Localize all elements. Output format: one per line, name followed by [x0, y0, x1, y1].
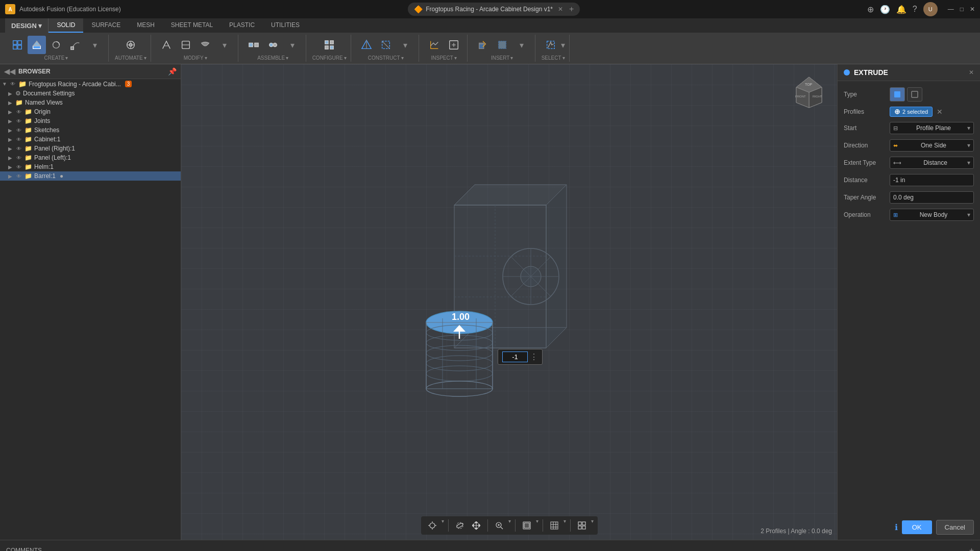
eye-icon[interactable]: 👁	[9, 81, 16, 88]
grid-btn[interactable]	[547, 518, 561, 533]
configure-arrow[interactable]: ▾	[344, 55, 347, 61]
browser-collapse-icon[interactable]: ◀◀	[4, 67, 15, 76]
eye-icon[interactable]: 👁	[15, 108, 22, 115]
insert-btn1[interactable]	[474, 36, 492, 54]
assemble-arrow[interactable]: ▾	[286, 55, 288, 61]
select-arrow2[interactable]: ▾	[562, 55, 565, 61]
insert-arrow[interactable]: ▾	[510, 55, 513, 61]
construct-more-btn[interactable]: ▾	[396, 36, 414, 54]
zoom-btn[interactable]	[492, 518, 506, 533]
modify-btn2[interactable]	[177, 36, 195, 54]
notifications-icon[interactable]: 🔔	[896, 5, 906, 14]
viewport-settings-arrow[interactable]: ▾	[591, 518, 594, 533]
profiles-clear-btn[interactable]: ✕	[935, 107, 945, 117]
taper-angle-field[interactable]: 0.0 deg	[890, 191, 974, 204]
tab-sheet-metal[interactable]: SHEET METAL	[163, 18, 221, 33]
extent-type-select[interactable]: ⟷ Distance ▾	[890, 157, 974, 169]
tab-mesh[interactable]: MESH	[129, 18, 163, 33]
display-mode-btn[interactable]	[520, 518, 534, 533]
create-arrow[interactable]: ▾	[65, 55, 68, 61]
construct-btn2[interactable]	[377, 36, 395, 54]
browser-item-named-views[interactable]: ▶ 📁 Named Views	[0, 98, 181, 107]
browser-item-cabinet[interactable]: ▶ 👁 📁 Cabinet:1	[0, 135, 181, 144]
ok-button[interactable]: OK	[902, 520, 932, 534]
browser-item-origin[interactable]: ▶ 👁 📁 Origin	[0, 107, 181, 116]
extrude-collapse-btn[interactable]: ✕	[969, 69, 974, 76]
browser-item-helm[interactable]: ▶ 👁 📁 Helm:1	[0, 162, 181, 171]
modify-more-btn[interactable]: ▾	[215, 36, 234, 54]
assemble-btn2[interactable]	[264, 36, 282, 54]
eye-icon[interactable]: 👁	[15, 145, 22, 152]
select-btn[interactable]	[542, 36, 560, 54]
display-arrow[interactable]: ▾	[536, 518, 538, 533]
construct-arrow[interactable]: ▾	[401, 55, 404, 61]
minimize-button[interactable]: —	[948, 6, 954, 13]
browser-item-document-settings[interactable]: ▶ ⚙ Document Settings	[0, 89, 181, 98]
help-online-icon[interactable]: ⊕	[867, 5, 874, 14]
sweep-btn[interactable]	[66, 36, 85, 54]
pan-btn[interactable]	[469, 518, 483, 533]
recent-icon[interactable]: 🕐	[880, 5, 890, 14]
profiles-selected-btn[interactable]: 2 selected	[890, 107, 933, 117]
construct-btn1[interactable]	[357, 36, 376, 54]
view-cube[interactable]: TOP RIGHT FRONT	[791, 74, 827, 110]
close-tab-button[interactable]: ✕	[558, 6, 563, 13]
user-avatar[interactable]: U	[923, 2, 938, 16]
type-surface-btn[interactable]	[907, 87, 922, 102]
extrude-info-btn[interactable]: ℹ	[895, 522, 898, 532]
modify-btn1[interactable]	[157, 36, 176, 54]
assemble-more-btn[interactable]: ▾	[283, 36, 302, 54]
insert-more-btn[interactable]: ▾	[512, 36, 531, 54]
viewport-settings-btn[interactable]	[575, 518, 589, 533]
eye-icon[interactable]: 👁	[15, 127, 22, 134]
distance-field[interactable]: -1 in	[890, 174, 974, 186]
tab-plastic[interactable]: PLASTIC	[221, 18, 263, 33]
modify-btn3[interactable]	[196, 36, 214, 54]
zoom-arrow[interactable]: ▾	[508, 518, 511, 533]
comments-button[interactable]: COMMENTS	[6, 547, 42, 552]
new-component-btn[interactable]	[8, 36, 27, 54]
modify-arrow[interactable]: ▾	[205, 55, 207, 61]
grid-arrow[interactable]: ▾	[564, 518, 566, 533]
inspect-arrow[interactable]: ▾	[454, 55, 457, 61]
eye-icon[interactable]: 👁	[15, 163, 22, 170]
direction-select[interactable]: ⬌ One Side ▾	[890, 139, 974, 152]
browser-item-panel-right[interactable]: ▶ 👁 📁 Panel (Right):1	[0, 144, 181, 153]
eye-icon[interactable]: 👁	[15, 136, 22, 143]
close-button[interactable]: ✕	[970, 6, 975, 13]
browser-pin-icon[interactable]: 📌	[168, 67, 177, 76]
input-options-btn[interactable]: ⋮	[530, 352, 538, 362]
inspect-btn1[interactable]	[425, 36, 444, 54]
configure-btn[interactable]	[320, 36, 338, 54]
browser-item-joints[interactable]: ▶ 👁 📁 Joints	[0, 116, 181, 126]
restore-button[interactable]: □	[960, 6, 964, 13]
design-button[interactable]: DESIGN ▾	[5, 18, 48, 33]
eye-icon[interactable]: 👁	[15, 172, 22, 180]
orbit-btn[interactable]	[453, 518, 467, 533]
inspect-btn2[interactable]	[445, 36, 463, 54]
type-solid-btn[interactable]	[890, 87, 905, 102]
browser-item-barrel[interactable]: ▶ 👁 📁 Barrel:1 ●	[0, 171, 181, 181]
snap-arrow[interactable]: ▾	[442, 518, 444, 533]
browser-item-root[interactable]: ▼ 👁 📁 Frogtopus Racing - Arcade Cabi... …	[0, 79, 181, 89]
start-select[interactable]: ⊟ Profile Plane ▾	[890, 122, 974, 134]
automate-arrow[interactable]: ▾	[144, 55, 146, 61]
select-arrow[interactable]: ▾	[561, 40, 565, 50]
distance-input[interactable]: -1	[502, 352, 528, 362]
eye-icon[interactable]: 👁	[15, 154, 22, 161]
tab-surface[interactable]: SURFACE	[83, 18, 129, 33]
viewport[interactable]: 1.00 -1 ⋮ TOP RIGHT FRONT	[181, 64, 837, 540]
file-tab[interactable]: 🔶 Frogtopus Racing - Arcade Cabinet Desi…	[408, 3, 580, 16]
snap-btn[interactable]	[425, 518, 439, 533]
tab-solid[interactable]: SOLID	[48, 18, 83, 33]
insert-btn2[interactable]	[493, 36, 511, 54]
operation-select[interactable]: ⊞ New Body ▾	[890, 209, 974, 221]
browser-item-panel-left[interactable]: ▶ 👁 📁 Panel (Left):1	[0, 153, 181, 162]
browser-item-sketches[interactable]: ▶ 👁 📁 Sketches	[0, 126, 181, 135]
extrude-btn[interactable]	[28, 36, 46, 54]
assemble-btn1[interactable]	[244, 36, 263, 54]
revolve-btn[interactable]	[47, 36, 65, 54]
cancel-button[interactable]: Cancel	[936, 520, 974, 535]
tab-utilities[interactable]: UTILITIES	[263, 18, 308, 33]
distance-input-overlay[interactable]: -1 ⋮	[498, 349, 543, 365]
